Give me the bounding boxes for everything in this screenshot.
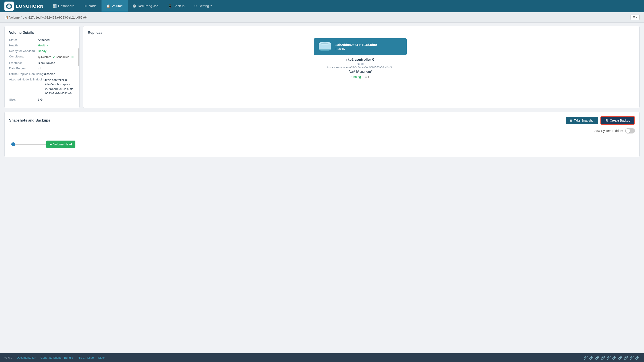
main-content: Volume Details State: Attached Health: H… [0,22,644,353]
replica-node-section: rke2-controller-0 Node instance-manager-… [88,58,633,79]
footer-support-link[interactable]: Generate Support Bundle [40,356,73,359]
svg-rect-6 [324,48,326,48]
footer-link-icon-8: 🔗 [624,356,628,360]
footer: v1.6.2 Documentation Generate Support Bu… [0,353,644,362]
footer-link-icon-1: 🔗 [584,356,588,360]
footer-slack-link[interactable]: Slack [98,356,105,359]
detail-offline-replica: Offline Replica Rebuilding: disabled [9,72,75,76]
attached-node-name: rke2-controller-0 [45,78,75,82]
footer-link-icon-10: 🔗 [635,356,640,360]
volume-details-title: Volume Details [9,31,75,35]
footer-link-icon-4: 🔗 [601,356,605,360]
scrollbar[interactable] [78,48,80,66]
detail-size: Size: 1 Gi [9,98,75,101]
nav-dashboard[interactable]: 📊 Dashboard [48,0,79,12]
nav-volume-label: Volume [112,4,123,8]
nav-backup[interactable]: 📱 Backup [163,0,189,12]
play-icon: ▶ [50,143,52,146]
replica-health: Healthy [336,47,377,50]
replica-instance-manager: instance-manager-e0f9545acaa8eb956ff577e… [88,66,633,69]
condition-restore-label: Restore [41,55,51,58]
nav-setting-label: Setting [198,4,209,8]
restore-check-icon: ◉ [38,55,40,59]
breadcrumb-dropdown-icon: ▾ [636,16,638,19]
brand-logo [4,1,14,11]
footer-link-icon-2: 🔗 [589,356,594,360]
volume-nav-icon: 📋 [106,4,110,8]
navbar: LONGHORN 📊 Dashboard 🖥 Node 📋 Volume 🕐 R… [0,0,644,12]
offline-replica-value: disabled [44,72,55,76]
scheduled-check-icon: ✓ [53,55,55,59]
footer-link-icon-9: 🔗 [630,356,634,360]
detail-conditions: Conditions: ◉ Restore ✓ Scheduled ⊞ [9,55,75,59]
replica-path: /var/lib/longhorn/ [88,70,633,73]
condition-scheduled-label: Scheduled [56,55,70,58]
volume-head-label: Volume Head [53,143,72,146]
show-system-label: Show System Hidden: [592,129,623,133]
backup-icon: 📱 [168,4,172,8]
replica-info: 3ab2dd082a64-r-104d4d80 Healthy [336,43,377,50]
size-label: Size: [9,98,38,101]
top-row: Volume Details State: Attached Health: H… [4,26,640,108]
replica-card: 3ab2dd082a64-r-104d4d80 Healthy [314,38,407,55]
nav-node-label: Node [89,4,97,8]
volume-head-button[interactable]: ▶ Volume Head [46,141,76,148]
replica-expand-button[interactable]: ☰ ▾ [363,75,371,79]
replica-status-row: Running ☰ ▾ [88,75,633,79]
volume-details-panel: Volume Details State: Attached Health: H… [4,26,80,108]
svg-point-4 [321,42,329,44]
attached-node-label: Attached Node & Endpoint: [9,78,45,81]
schedule-layers-icon: ⊞ [71,55,74,59]
take-snapshot-button[interactable]: ⊞ Take Snapshot [566,117,598,124]
nav-recurring-job-label: Recurring Job [138,4,158,8]
nav-items: 📊 Dashboard 🖥 Node 📋 Volume 🕐 Recurring … [48,0,217,12]
attached-node-value: rke2-controller-0 /dev/longhorn/pvc-227b… [45,78,75,96]
nav-setting[interactable]: ⚙ Setting ▾ [189,0,217,12]
nav-node[interactable]: 🖥 Node [79,0,102,12]
footer-version: v1.6.2 [4,356,12,359]
recurring-job-icon: 🕐 [132,4,136,8]
data-engine-label: Data Engine: [9,67,38,70]
replica-running-status: Running [350,75,361,79]
nav-backup-label: Backup [174,4,184,8]
brand: LONGHORN [0,0,48,12]
conditions-list: ◉ Restore ✓ Scheduled ⊞ [38,55,74,59]
replicas-inner: 3ab2dd082a64-r-104d4d80 Healthy rke2-con… [88,38,635,79]
health-value: Healthy [38,44,48,47]
create-backup-button[interactable]: 🗄 Create Backup [600,116,635,125]
footer-docs-link[interactable]: Documentation [16,356,36,359]
nav-recurring-job[interactable]: 🕐 Recurring Job [128,0,163,12]
condition-restore: ◉ Restore [38,55,51,59]
breadcrumb-separator: / [21,16,22,19]
breadcrumb-current: pvc-227b1ed4-c692-439a-9633-3ab2dd082a64 [23,16,88,19]
replicas-panel: Replicas [83,26,640,108]
show-system-toggle[interactable] [625,128,635,133]
snapshot-timeline: ▶ Volume Head [9,136,635,152]
replica-node-name: rke2-controller-0 [88,58,633,62]
conditions-label: Conditions: [9,55,38,58]
backup-create-icon: 🗄 [605,119,608,122]
breadcrumb-actions: ☰ ▾ [630,14,640,20]
state-value: Attached [38,38,50,41]
replica-disk-icon [318,41,332,52]
nav-volume[interactable]: 📋 Volume [102,0,128,12]
attached-endpoint: /dev/longhorn/pvc-227b1ed4-c692-439a-963… [45,82,75,96]
snapshots-title: Snapshots and Backups [9,118,50,122]
expand-chevron-icon: ▾ [368,75,369,78]
frontend-value: Block Device [38,61,55,64]
footer-right: 🔗 🔗 🔗 🔗 🔗 🔗 🔗 🔗 🔗 🔗 [584,356,640,360]
timeline-dot [11,142,15,146]
ready-value: Ready [38,49,46,53]
breadcrumb: 📋 Volume / pvc-227b1ed4-c692-439a-9633-3… [4,16,88,19]
dashboard-icon: 📊 [53,4,56,8]
detail-frontend: Frontend: Block Device [9,61,75,64]
breadcrumb-list-button[interactable]: ☰ ▾ [630,14,640,20]
replica-name: 3ab2dd082a64-r-104d4d80 [336,43,377,47]
footer-issue-link[interactable]: File an Issue [78,356,94,359]
replicas-title: Replicas [88,31,635,35]
detail-health: Health: Healthy [9,44,75,47]
show-system-row: Show System Hidden: [9,128,635,133]
footer-link-icon-3: 🔗 [595,356,599,360]
brand-name: LONGHORN [16,4,44,9]
breadcrumb-bar: 📋 Volume / pvc-227b1ed4-c692-439a-9633-3… [0,12,644,22]
